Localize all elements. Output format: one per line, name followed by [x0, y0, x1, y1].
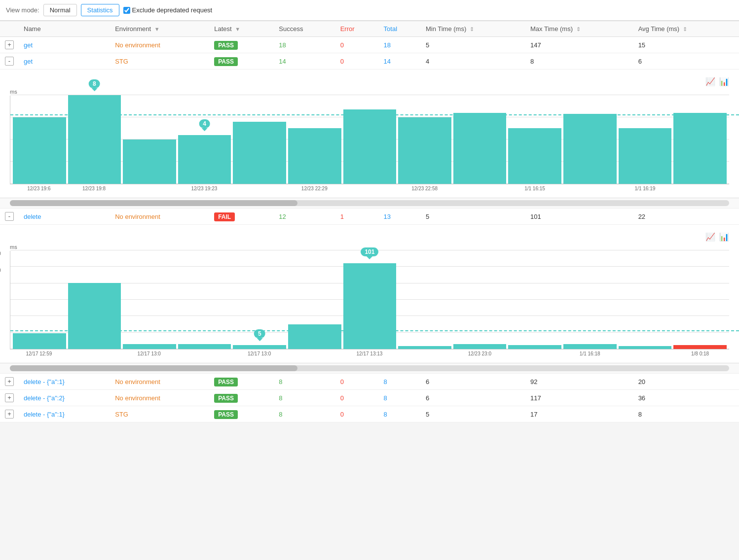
main-table: Name Environment ▼ Latest ▼ Success Erro…: [0, 21, 739, 422]
avgtime-sort-icon[interactable]: ⇕: [683, 26, 687, 32]
scrollbar-2[interactable]: [10, 365, 729, 371]
col-maxtime-header: Max Time (ms) ⇕: [525, 21, 633, 37]
x-label: 12/23 19:23: [178, 186, 231, 191]
total-cell: 8: [379, 390, 421, 406]
x-label: 12/23 23:0: [453, 351, 507, 356]
chart-bar[interactable]: [673, 345, 727, 349]
chart-bar[interactable]: [619, 128, 672, 184]
chart-bar[interactable]: [619, 346, 672, 349]
status-badge: PASS: [214, 410, 238, 419]
bar-chart-icon[interactable]: 📊: [719, 77, 729, 86]
success-cell: 12: [274, 209, 335, 225]
chart-bar[interactable]: [508, 128, 561, 184]
btn-normal[interactable]: Normal: [43, 4, 77, 16]
chart-bar[interactable]: [123, 344, 176, 349]
name-cell: delete - {"a":1}: [19, 374, 110, 390]
mintime-sort-icon[interactable]: ⇕: [470, 26, 474, 32]
name-cell: delete: [19, 209, 110, 225]
y-label: ms: [10, 89, 729, 95]
expand-button[interactable]: -: [5, 57, 14, 66]
chart-bar[interactable]: 4: [178, 135, 231, 184]
bar-chart-icon[interactable]: 📊: [719, 232, 729, 242]
avg-line: 6.2: [10, 114, 739, 115]
mintime-cell: 5: [421, 209, 525, 225]
error-cell: 0: [335, 37, 379, 53]
exclude-checkbox[interactable]: [123, 7, 130, 14]
success-cell: 18: [274, 37, 335, 53]
chart-bar[interactable]: 5: [233, 345, 286, 349]
chart-bar[interactable]: [13, 333, 66, 349]
exclude-checkbox-label[interactable]: Exclude depredated request: [123, 6, 213, 14]
table-row: - delete No environment FAIL 12 1 13 5 1…: [0, 209, 739, 225]
status-badge: PASS: [214, 378, 238, 386]
chart-row-1: 📈 📊 ms 02468 6.2 84 12/23 19:612/23 19:8…: [0, 70, 739, 209]
avgtime-cell: 20: [633, 374, 739, 390]
chart-bar[interactable]: [453, 344, 507, 349]
mintime-cell: 4: [421, 53, 525, 70]
top-bar: View mode: Normal Statistics Exclude dep…: [0, 0, 739, 21]
chart-bar[interactable]: [123, 140, 176, 184]
maxtime-sort-icon[interactable]: ⇕: [576, 26, 581, 32]
x-label: 1/8 0:18: [673, 351, 727, 356]
maxtime-cell: 101: [525, 209, 633, 225]
btn-statistics[interactable]: Statistics: [81, 4, 119, 16]
chart-bar[interactable]: [563, 344, 617, 349]
chart-bar[interactable]: [508, 345, 561, 349]
env-cell: No environment: [110, 37, 209, 53]
col-expand-header: [0, 21, 19, 37]
x-label: [673, 186, 727, 191]
expand-button[interactable]: +: [5, 393, 14, 402]
chart-bar[interactable]: [233, 122, 286, 184]
maxtime-cell: 117: [525, 390, 633, 406]
status-badge: PASS: [214, 394, 238, 403]
chart-bar[interactable]: 8: [68, 95, 121, 184]
x-label: 1/1 16:15: [508, 186, 561, 191]
table-row: + delete - {"a":2} No environment PASS 8…: [0, 390, 739, 406]
x-label: [178, 351, 231, 356]
expand-button[interactable]: +: [5, 410, 14, 419]
x-label: 12/17 13:0: [122, 351, 176, 356]
chart-bar[interactable]: [68, 283, 121, 349]
scrollbar[interactable]: [10, 200, 729, 206]
latest-cell: PASS: [209, 406, 274, 422]
mintime-cell: 5: [421, 37, 525, 53]
expand-button[interactable]: -: [5, 212, 14, 221]
chart-bar[interactable]: 101: [343, 263, 397, 349]
x-label: 1/1 16:19: [619, 186, 672, 191]
scrollbar-row: [0, 198, 739, 208]
name-cell: delete - {"a":1}: [19, 406, 110, 422]
x-label: 12/23 22:29: [288, 186, 341, 191]
status-badge: PASS: [214, 41, 238, 50]
chart-bar[interactable]: [13, 117, 66, 184]
chart-bar[interactable]: [178, 344, 231, 349]
chart-bar[interactable]: [288, 128, 341, 184]
chart-bar[interactable]: [563, 114, 617, 184]
chart-bar[interactable]: [343, 109, 397, 184]
x-label: [68, 351, 121, 356]
expand-button[interactable]: +: [5, 377, 14, 386]
chart-bar[interactable]: [673, 113, 727, 184]
view-mode-label: View mode:: [6, 6, 39, 14]
chart-bar[interactable]: [398, 346, 451, 349]
total-cell: 14: [379, 53, 421, 70]
expand-button[interactable]: +: [5, 40, 14, 49]
mintime-cell: 5: [421, 406, 525, 422]
chart-bar[interactable]: [398, 117, 451, 184]
total-cell: 18: [379, 37, 421, 53]
env-cell: STG: [110, 406, 209, 422]
x-label: 12/17 12:59: [12, 351, 66, 356]
table-row: + delete - {"a":1} No environment PASS 8…: [0, 374, 739, 390]
latest-cell: PASS: [209, 53, 274, 70]
error-cell: 0: [335, 374, 379, 390]
x-label: 12/17 13:13: [343, 351, 396, 356]
env-cell: No environment: [110, 209, 209, 225]
chart-bar[interactable]: [453, 113, 507, 184]
line-chart-icon[interactable]: 📈: [705, 77, 715, 86]
total-cell: 8: [379, 374, 421, 390]
success-cell: 8: [274, 406, 335, 422]
env-filter-icon[interactable]: ▼: [154, 26, 160, 32]
chart-bar[interactable]: [288, 324, 341, 349]
line-chart-icon[interactable]: 📈: [705, 232, 715, 242]
latest-filter-icon[interactable]: ▼: [235, 26, 240, 32]
name-cell: get: [19, 37, 110, 53]
